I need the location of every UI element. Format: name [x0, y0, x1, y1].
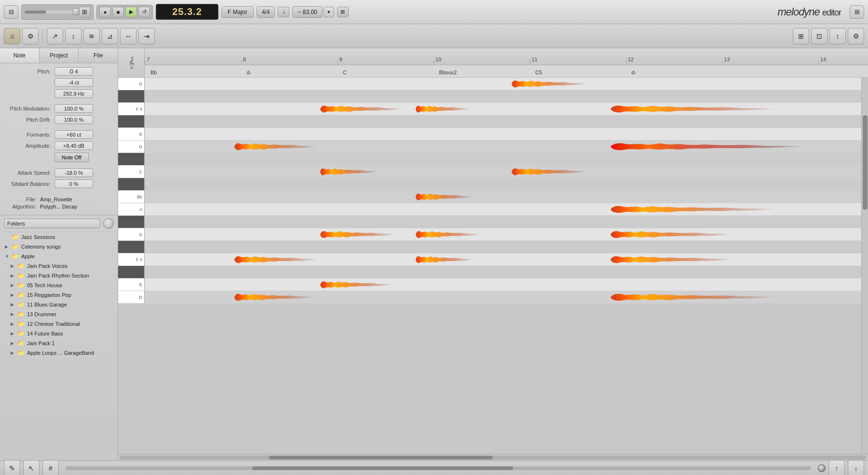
sibilant-bal-value[interactable]: 0 %	[54, 180, 93, 188]
play-btn[interactable]: ▶	[125, 7, 137, 17]
note-blob-6[interactable]	[512, 167, 587, 177]
pitch-mod-value[interactable]: 100.0 %	[54, 104, 93, 113]
pitch-tool-btn[interactable]: ↕	[65, 28, 81, 44]
piano-key-Ab3[interactable]	[118, 216, 144, 228]
tree-item-jam-pack-rhythm[interactable]: ▶📁Jam Pack Rhythm Section	[0, 271, 118, 280]
amplitude-tool-btn[interactable]: ⊿	[102, 28, 118, 44]
formants-value[interactable]: +60 ct	[54, 130, 93, 139]
piano-key-Db4[interactable]	[118, 153, 144, 166]
tab-note[interactable]: Note	[0, 48, 40, 63]
piano-key-Eb4[interactable]	[118, 115, 144, 128]
note-off-btn[interactable]: Note Off	[54, 153, 89, 162]
cents-value[interactable]: -4 ct	[54, 78, 93, 87]
tab-project[interactable]: Project	[40, 48, 79, 63]
split-tool-btn[interactable]: ⇥	[138, 28, 155, 44]
note-blob-7[interactable]	[320, 230, 395, 239]
hz-value[interactable]: 292.9 Hz	[54, 89, 93, 98]
note-blob-4[interactable]	[416, 104, 469, 114]
note-blob-10[interactable]	[234, 293, 313, 302]
note-blob-15[interactable]	[610, 205, 775, 214]
piano-key-D4[interactable]: D	[118, 140, 144, 153]
key-display[interactable]: F Major	[221, 6, 254, 18]
note-blob-17[interactable]	[610, 255, 732, 265]
piano-key-Bb3[interactable]: Bb	[118, 191, 144, 203]
attack-speed-value[interactable]: -18.0 %	[54, 168, 93, 177]
snap-tool-btn[interactable]: ⊡	[811, 28, 827, 44]
pitch-value[interactable]: D 4	[54, 67, 93, 76]
pointer3-btn[interactable]: ↖	[23, 460, 40, 475]
settings-btn[interactable]: ⚙	[848, 28, 864, 44]
tree-item-jam-pack-1[interactable]: ▶📁Jam Pack 1	[0, 338, 118, 348]
window-expand-btn[interactable]: ⊞	[850, 5, 864, 19]
tempo-down-btn[interactable]: ▼	[324, 7, 334, 17]
amplitude-value[interactable]: +8.40 dB	[54, 141, 93, 150]
piano-key-F#5[interactable]	[118, 90, 144, 103]
note-blob-0[interactable]	[234, 142, 317, 152]
tree-item-14-future-bass[interactable]: ▶📁14 Future Bass	[0, 329, 118, 338]
record-btn[interactable]: ●	[99, 7, 111, 17]
note-blob-2[interactable]	[320, 104, 403, 114]
note-blob-3[interactable]	[416, 192, 473, 202]
h-scrollbar[interactable]	[118, 454, 868, 461]
h-scroll-thumb[interactable]	[269, 456, 493, 460]
hash-btn[interactable]: #	[42, 460, 59, 475]
piano-key-G5[interactable]: G	[118, 78, 144, 90]
tree-item-15-reggaeton[interactable]: ▶📁15 Reggaeton Pop	[0, 290, 118, 300]
zoom-v-btn[interactable]: ↕	[829, 28, 846, 44]
pitch-drift-value[interactable]: 100.0 %	[54, 115, 93, 124]
h-scroll-track[interactable]	[120, 456, 866, 460]
loop-btn[interactable]: ↺	[138, 7, 150, 17]
metronome-btn[interactable]: ⊞	[337, 7, 349, 17]
stop-btn[interactable]: ■	[112, 7, 124, 17]
quantize-tool-btn[interactable]: ⊞	[793, 28, 809, 44]
tempo-value[interactable]: ~ 83.00	[292, 6, 322, 18]
piano-key-E3[interactable]: E	[118, 279, 144, 291]
tree-item-jam-pack-voices[interactable]: ▶📁Jam Pack Voices	[0, 261, 118, 271]
tab-file[interactable]: File	[79, 48, 118, 63]
pencil-tool-btn[interactable]: ✎	[4, 460, 20, 475]
formant-tool-btn[interactable]: ≋	[83, 28, 100, 44]
tree-item-apple-loops-garage[interactable]: ▶📁Apple Loops ... GarageBand	[0, 348, 118, 358]
grid-area[interactable]: 907565	[145, 78, 861, 304]
note-blob-8[interactable]	[320, 280, 392, 290]
piano-key-F3[interactable]: F 3	[118, 253, 144, 266]
ruler[interactable]: 7891011121314	[145, 48, 868, 65]
note-blob-9[interactable]	[234, 255, 317, 265]
tree-item-celemony-songs[interactable]: ▶📁Celemony songs	[0, 242, 118, 251]
tree-item-11-blues-garage[interactable]: ▶📁11 Blues Garage	[0, 300, 118, 309]
tree-item-jazz-sessions[interactable]: 📁Jazz Sessions	[0, 232, 118, 242]
note-blob-14[interactable]	[610, 104, 775, 114]
piano-key-C4[interactable]: C	[118, 166, 144, 178]
note-blob-1[interactable]	[320, 167, 378, 177]
note-blob-5[interactable]	[512, 79, 587, 89]
time-sig-display[interactable]: 4/4	[257, 6, 275, 18]
note-blob-12[interactable]	[416, 255, 473, 265]
time-tool-btn[interactable]: ↔	[120, 28, 136, 44]
window-collapse-btn[interactable]: ⊟	[4, 5, 18, 19]
v-scroll-thumb[interactable]	[863, 115, 868, 210]
zoom-handle[interactable]	[73, 8, 80, 15]
piano-key-F4[interactable]: F 4	[118, 103, 144, 115]
piano-key-D3[interactable]: D	[118, 291, 144, 304]
bottom-knob[interactable]	[818, 464, 826, 472]
piano-key-A3[interactable]: A	[118, 203, 144, 216]
tree-item-apple[interactable]: ▼📁Apple	[0, 251, 118, 261]
bottom-arrows-down[interactable]: ↓	[848, 460, 864, 475]
tree-item-13-drummer[interactable]: ▶📁13 Drummer	[0, 309, 118, 319]
bottom-scrollbar-track[interactable]	[66, 466, 811, 470]
tune-btn[interactable]: ♩	[278, 7, 289, 17]
zoom-slider[interactable]	[25, 11, 77, 14]
select-tool-btn[interactable]: ↗	[47, 28, 63, 44]
browser-knob[interactable]	[103, 218, 114, 229]
browser-mode-select[interactable]: Folders	[4, 219, 100, 228]
tree-item-12-chinese-trad[interactable]: ▶📁12 Chinese Traditional	[0, 319, 118, 329]
tree-item-05-tech-house[interactable]: ▶📁05 Tech House	[0, 280, 118, 290]
v-scrollbar[interactable]	[861, 78, 868, 454]
note-blob-18[interactable]	[610, 293, 775, 302]
piano-key-Eb3[interactable]	[118, 266, 144, 279]
bottom-scrollbar-thumb[interactable]	[252, 466, 513, 470]
piano-key-F#3[interactable]	[118, 241, 144, 253]
note-blob-11[interactable]	[416, 230, 480, 239]
zoom-icon[interactable]: ⊞	[79, 7, 90, 17]
note-blob-13[interactable]	[610, 142, 804, 152]
